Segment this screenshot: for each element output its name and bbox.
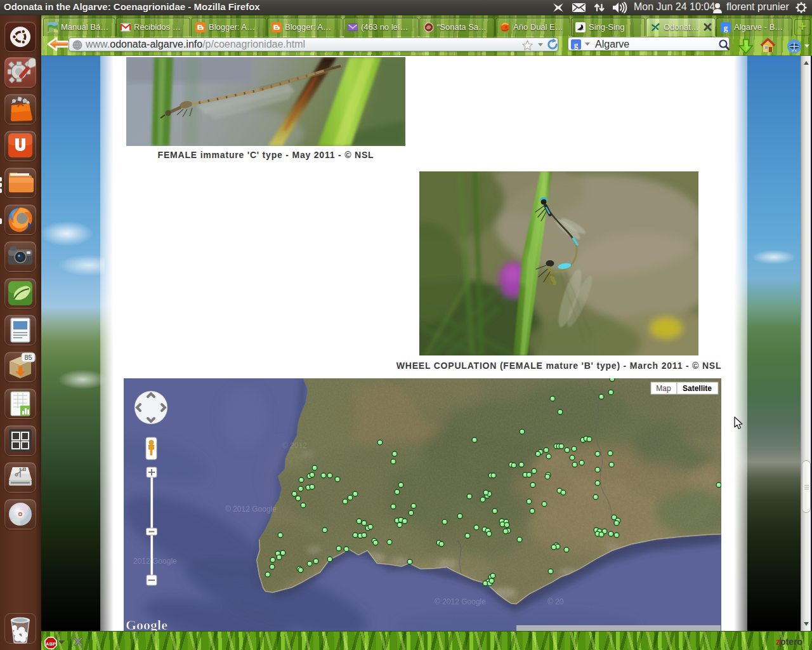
svg-text:© 2012: © 2012 <box>282 441 307 450</box>
svg-text:Map: Map <box>656 384 671 393</box>
svg-text:© 2012 Google: © 2012 Google <box>435 597 486 606</box>
svg-text:g: g <box>724 23 728 32</box>
svg-text:Satellite: Satellite <box>683 384 712 393</box>
svg-text:ABP: ABP <box>46 641 56 647</box>
svg-text:2012 Google: 2012 Google <box>133 557 177 566</box>
svg-text:85: 85 <box>24 354 32 361</box>
svg-text:© 2012 Google: © 2012 Google <box>225 505 277 514</box>
svg-text:g: g <box>574 40 579 50</box>
svg-text:© 20: © 20 <box>547 597 564 606</box>
svg-text:Google: Google <box>126 617 167 631</box>
